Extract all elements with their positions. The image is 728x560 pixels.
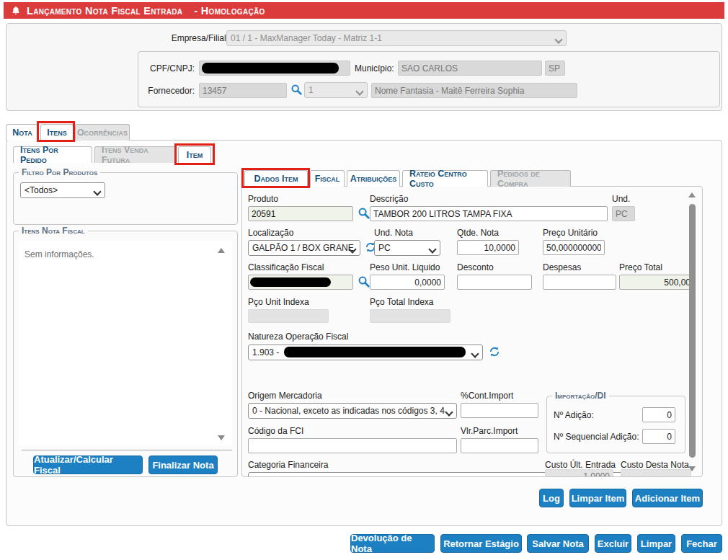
tab-itens-venda-futura: Itens Venda Futura [94,146,176,163]
chevron-down-icon [445,408,453,416]
vlr-parc-import-input[interactable] [461,438,538,453]
adicionar-item-button[interactable]: Adicionar Item [632,489,703,507]
codigo-fci-input[interactable] [248,438,457,453]
retornar-estagio-button[interactable]: Retornar Estágio [440,534,522,553]
importacao-di-legend: Importação/DI [552,391,609,400]
fornecedor-nome-input[interactable] [371,83,577,98]
municipio-label: Município: [355,63,394,74]
tab-pedidos-de-compra: Pedidos de Compra [490,170,571,187]
itens-nota-fiscal-legend: Itens Nota Fiscal [19,226,88,235]
pco-unit-indexa-label: Pço Unit Indexa [248,297,309,307]
despesas-input[interactable] [543,275,616,290]
custo-desta-nota-label: Custo Desta Nota [621,460,689,470]
desconto-input[interactable] [457,275,532,290]
chevron-down-icon [428,245,436,253]
produto-input[interactable] [248,206,353,221]
list-scroll-down-icon[interactable] [218,435,225,440]
limpar-item-button[interactable]: Limpar Item [569,489,626,507]
despesas-label: Despesas [543,262,581,272]
tab-itens-por-pedido[interactable]: Itens Por Pedido [13,146,92,163]
tab-rateio-centro-custo[interactable]: Rateio Centro Custo [402,170,488,187]
fornecedor-sequencia-select[interactable]: 1 [304,82,368,98]
und-nota-select[interactable]: PC [374,240,440,256]
descricao-label: Descrição [370,194,408,204]
classificacao-redaction [250,277,331,287]
limpar-button[interactable]: Limpar [637,534,675,553]
uf-input[interactable] [545,61,565,76]
tab-fiscal[interactable]: Fiscal [310,170,345,187]
und-label: Und. [612,194,630,204]
fornecedor-label: Fornecedor: [138,86,195,96]
salvar-nota-button[interactable]: Salvar Nota [527,534,589,553]
categoria-financeira-label: Categoria Financeira [248,460,328,470]
atualizar-calcular-fiscal-button[interactable]: Atualizar/Calcular Fiscal [33,455,143,474]
tab-itens[interactable]: Itens [40,124,74,141]
chevron-down-icon [355,87,363,95]
natureza-operacao-label: Natureza Operação Fiscal [248,332,348,342]
app-window: Lançamento Nota Fiscal Entrada - Homolog… [0,0,728,560]
localizacao-select[interactable]: GALPÃO 1 / BOX GRANE [248,240,360,256]
natureza-refresh-icon[interactable] [489,346,500,357]
pco-unit-indexa-input [248,309,329,323]
preco-total-input[interactable] [619,275,694,290]
excluir-button[interactable]: Excluir [595,534,631,553]
itens-list: Sem informações. [19,241,232,445]
list-divider [22,450,232,450]
descricao-input[interactable] [370,206,608,221]
empresa-filial-value: 01 / 1 - MaxManager Today - Matriz 1-1 [231,33,382,43]
origem-mercadoria-select[interactable]: 0 - Nacional, exceto as indicadas nos có… [248,403,457,419]
n-adicao-label: Nº Adição: [554,410,594,420]
preco-unitario-input[interactable] [543,240,605,255]
list-scroll-up-icon[interactable] [218,248,225,253]
tab-item[interactable]: Item [178,146,211,163]
fechar-button[interactable]: Fechar [681,534,722,553]
page-title: Lançamento Nota Fiscal Entrada [27,5,182,17]
chevron-down-icon [554,35,562,43]
filtro-produtos-legend: Filtro Por Produtos [19,168,100,177]
qtde-nota-label: Qtde. Nota [457,228,499,238]
localizacao-value: GALPÃO 1 / BOX GRANE [252,243,354,253]
classificacao-search-icon[interactable] [358,275,370,288]
chevron-down-icon [93,187,101,195]
chevron-down-icon [471,350,479,357]
tab-atribuicoes[interactable]: Atribuições [347,170,400,187]
origem-mercadoria-label: Origem Mercadoria [248,391,322,401]
localizacao-label: Localização [248,228,293,238]
devolucao-de-nota-button[interactable]: Devolução de Nota [350,534,435,553]
qtde-nota-input[interactable] [457,240,519,255]
n-sequencial-adicao-input[interactable] [642,429,675,444]
itens-list-empty-text: Sem informações. [25,249,94,259]
cpf-cnpj-label: CPF/CNPJ: [138,63,195,74]
natureza-operacao-value: 1.903 - [252,347,279,357]
header-panel: Empresa/Filial: 01 / 1 - MaxManager Toda… [6,23,722,111]
tab-nota[interactable]: Nota [6,124,39,141]
cont-import-input[interactable] [461,403,538,418]
und-input [612,206,635,221]
n-adicao-input[interactable] [642,407,675,422]
log-button[interactable]: Log [539,489,564,507]
produto-search-icon[interactable] [358,207,370,220]
vlr-parc-import-label: Vlr.Parc.Import [461,426,518,436]
municipio-input[interactable] [398,61,542,76]
filtro-produtos-select[interactable]: <Todos> [20,182,105,198]
content-scroll-up-icon[interactable] [688,192,696,197]
empresa-filial-select[interactable]: 01 / 1 - MaxManager Today - Matriz 1-1 [226,30,567,46]
peso-unit-liquido-input[interactable] [370,275,445,290]
fornecedor-codigo-input[interactable] [199,83,287,98]
fornecedor-search-icon[interactable] [290,84,303,96]
dados-item-content: Produto Descrição Und. Localização GALPÃ… [241,186,703,477]
produto-label: Produto [248,194,278,204]
preco-total-label: Preço Total [619,262,662,272]
importacao-di-fieldset [546,396,685,453]
content-scrollbar-thumb[interactable] [689,204,696,458]
finalizar-nota-button[interactable]: Finalizar Nota [148,455,218,474]
filtro-produtos-value: <Todos> [25,185,58,195]
natureza-redaction [284,347,466,357]
classificacao-fiscal-label: Classificação Fiscal [248,262,324,272]
tab-dados-item[interactable]: Dados Item [244,170,308,187]
pco-total-indexa-input [370,309,450,323]
page-title-environment: - Homologação [194,5,265,17]
peso-unit-liquido-label: Peso Unit. Liquido [370,262,440,272]
custo-desta-nota-input [621,469,691,477]
content-scroll-down-icon[interactable] [688,466,696,471]
